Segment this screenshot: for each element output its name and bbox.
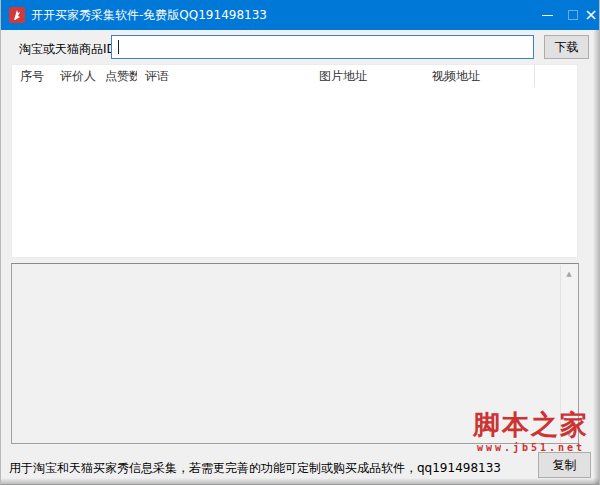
column-header-5[interactable]: 图片地址 xyxy=(311,65,424,87)
window-right-edge xyxy=(593,30,599,484)
titlebar: 开开买家秀采集软件-免费版QQ191498133 × xyxy=(1,0,599,30)
product-id-input[interactable] xyxy=(111,35,534,59)
minimize-button[interactable] xyxy=(536,0,558,30)
maximize-icon xyxy=(568,10,578,20)
text-cursor xyxy=(118,40,119,54)
product-id-label: 淘宝或天猫商品ID xyxy=(19,41,116,58)
column-header-6[interactable]: 视频地址 xyxy=(424,65,534,87)
vertical-scrollbar[interactable]: ▲ ▼ xyxy=(560,265,577,442)
column-header-3[interactable]: 点赞数 xyxy=(97,65,137,87)
download-button[interactable]: 下载 xyxy=(544,35,589,59)
close-button[interactable]: × xyxy=(580,0,600,30)
scroll-up-icon[interactable]: ▲ xyxy=(561,266,577,281)
status-text: 用于淘宝和天猫买家秀信息采集，若需更完善的功能可定制或购买成品软件，qq1914… xyxy=(9,460,501,477)
app-window: 开开买家秀采集软件-免费版QQ191498133 × 淘宝或天猫商品ID 下载 … xyxy=(0,0,600,485)
results-table: 序号评价人点赞数评语图片地址视频地址 xyxy=(11,64,578,258)
app-icon xyxy=(9,7,25,23)
table-body xyxy=(12,87,577,257)
scroll-down-icon[interactable]: ▼ xyxy=(561,426,577,441)
column-header-4[interactable]: 评语 xyxy=(137,65,311,87)
table-header: 序号评价人点赞数评语图片地址视频地址 xyxy=(12,65,577,87)
minimize-icon xyxy=(542,15,553,16)
copy-button[interactable]: 复制 xyxy=(538,452,591,478)
window-title: 开开买家秀采集软件-免费版QQ191498133 xyxy=(31,7,267,24)
column-header-1[interactable]: 序号 xyxy=(12,65,52,87)
output-textarea[interactable]: ▲ ▼ xyxy=(11,263,579,444)
window-bottom-edge xyxy=(1,478,599,484)
column-header-2[interactable]: 评价人 xyxy=(52,65,97,87)
column-header-spacer xyxy=(534,65,577,87)
